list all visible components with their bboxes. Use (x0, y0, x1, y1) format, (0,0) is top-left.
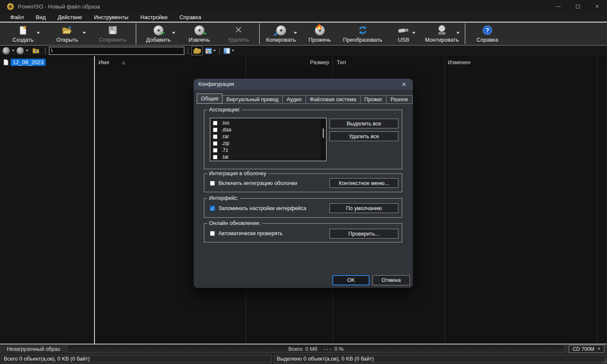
close-button[interactable]: ✕ (587, 0, 607, 13)
delete-button[interactable]: ✕ Удалить (219, 23, 258, 45)
context-menu-button[interactable]: Контекстное меню... (329, 178, 398, 188)
burn-button[interactable]: 🔥 Прожечь (301, 23, 338, 45)
forward-history-arrow-icon[interactable] (26, 50, 29, 51)
save-button-label: Сохранить (99, 37, 126, 43)
select-all-button[interactable]: Выделить все (329, 119, 398, 128)
tab-virtual-drive[interactable]: Виртуальный привод (222, 95, 283, 104)
listbox-scrollbar[interactable] (321, 118, 326, 161)
shell-integration-group: Интеграция в оболочку Включить интеграци… (204, 173, 402, 192)
thumbnail-view-button[interactable] (205, 46, 216, 55)
usb-button[interactable]: USB (387, 23, 420, 45)
open-button[interactable]: Открыть (44, 23, 90, 45)
mount-dropdown-arrow-icon[interactable] (456, 32, 460, 34)
menu-action[interactable]: Действие (52, 14, 88, 20)
save-button[interactable]: Сохранить (90, 23, 135, 45)
checkbox-unchecked[interactable] (213, 128, 218, 132)
new-image-icon (18, 24, 28, 37)
association-item[interactable]: .rar (213, 133, 326, 140)
checkbox-unchecked[interactable] (210, 181, 215, 186)
checkbox-unchecked[interactable] (213, 121, 218, 125)
forward-icon: → (18, 48, 23, 53)
sort-ascending-icon: △ (122, 60, 125, 65)
update-checkbox-row[interactable]: Автоматически проверять (210, 230, 283, 236)
checkbox-unchecked[interactable] (213, 148, 218, 153)
folder-view-button[interactable] (192, 46, 203, 55)
addressbar-separator (45, 47, 46, 54)
column-divider[interactable] (597, 56, 598, 344)
new-button-label: Создать (12, 37, 33, 43)
grid-view-icon (205, 48, 212, 54)
convert-button[interactable]: Преобразовать (338, 23, 387, 45)
online-update-legend: Онлайн обновление: (207, 220, 262, 226)
file-list-header: Имя △ Размер Тип Изменен (95, 56, 607, 68)
check-now-button[interactable]: Проверить... (329, 229, 398, 239)
column-header-name[interactable]: Имя △ (95, 59, 246, 65)
associations-listbox[interactable]: .iso .daa .rar .zip .7z .tar (210, 118, 326, 161)
association-item[interactable]: .iso (213, 119, 326, 126)
tab-misc[interactable]: Разное (386, 95, 412, 104)
checkbox-unchecked[interactable] (210, 231, 215, 236)
addressbar-separator (219, 47, 220, 54)
menu-tools[interactable]: Инструменты (88, 14, 135, 20)
copy-dropdown-arrow-icon[interactable] (294, 32, 297, 34)
association-item[interactable]: .zip (213, 140, 326, 147)
shell-integration-checkbox-row[interactable]: Включить интеграцию оболочки (210, 180, 297, 186)
new-dropdown-arrow-icon[interactable] (37, 32, 40, 34)
defaults-button[interactable]: По умолчанию (329, 203, 398, 213)
column-header-modified[interactable]: Изменен (444, 59, 597, 65)
back-history-arrow-icon[interactable] (12, 50, 14, 51)
mount-button-label: Монтировать (425, 37, 459, 43)
help-button[interactable]: ? Справка (466, 23, 509, 45)
maximize-button[interactable] (568, 0, 587, 13)
column-divider[interactable] (444, 56, 445, 344)
media-size-select[interactable]: CD 700M ▼ (569, 345, 604, 353)
list-view-button[interactable] (223, 46, 234, 55)
minimize-icon (556, 6, 561, 7)
tab-general[interactable]: Общие (197, 94, 223, 104)
checkbox-unchecked[interactable] (213, 141, 218, 146)
column-header-type[interactable]: Тип (332, 59, 444, 65)
add-button[interactable]: + Добавить (137, 23, 180, 45)
thumbnail-view-arrow-icon[interactable] (213, 50, 216, 51)
checkbox-unchecked[interactable] (213, 155, 218, 159)
column-header-size[interactable]: Размер (246, 59, 332, 65)
add-dropdown-arrow-icon[interactable] (172, 32, 175, 34)
association-item[interactable]: .daa (213, 126, 326, 133)
cancel-button[interactable]: Отмена (372, 275, 410, 285)
shell-integration-label: Включить интеграцию оболочки (218, 180, 297, 186)
usb-drive-icon (398, 24, 409, 37)
copy-button-label: Копировать (266, 37, 296, 43)
ok-button[interactable]: OK (332, 275, 369, 285)
usb-dropdown-arrow-icon[interactable] (412, 32, 415, 34)
checkbox-unchecked[interactable] (213, 134, 218, 139)
addressbar-separator (188, 47, 188, 54)
open-dropdown-arrow-icon[interactable] (83, 32, 86, 34)
interface-checkbox-row[interactable]: ✓ Запоминать настройки интерфейса (210, 205, 306, 211)
add-disc-icon: + (154, 24, 163, 37)
checkbox-checked[interactable]: ✓ (210, 206, 215, 211)
dialog-close-button[interactable]: ✕ (400, 81, 408, 88)
tab-audio[interactable]: Аудио (282, 95, 306, 104)
tab-file-system[interactable]: Файловая система (306, 95, 361, 104)
back-button[interactable]: ← (3, 47, 10, 54)
extract-button[interactable]: ➜ Извлечь (180, 23, 219, 45)
path-input[interactable] (49, 47, 184, 55)
tree-item-root[interactable]: 12_09_2023 (0, 58, 94, 66)
association-item[interactable]: .7z (213, 147, 326, 154)
remove-all-button[interactable]: Удалить все (329, 131, 398, 141)
selected-objects-cell: Выделено 0 объект(а,ов), 0 KB (0 байт) (274, 355, 606, 363)
menu-settings[interactable]: Настройки (135, 14, 174, 20)
scrollbar-thumb[interactable] (323, 128, 324, 138)
up-folder-button[interactable] (31, 46, 42, 55)
list-view-arrow-icon[interactable] (232, 50, 234, 51)
new-button[interactable]: Создать (2, 23, 44, 45)
menu-help[interactable]: Справка (173, 14, 207, 20)
tab-burn[interactable]: Прожиг (360, 95, 387, 104)
association-item[interactable]: .tar (213, 154, 326, 160)
menu-file[interactable]: Файл (4, 14, 30, 20)
menu-view[interactable]: Вид (30, 14, 52, 20)
forward-button[interactable]: → (17, 47, 24, 54)
minimize-button[interactable] (548, 0, 568, 13)
mount-button[interactable]: Монтировать (420, 23, 464, 45)
copy-button[interactable]: ⬋ Копировать (261, 23, 301, 45)
